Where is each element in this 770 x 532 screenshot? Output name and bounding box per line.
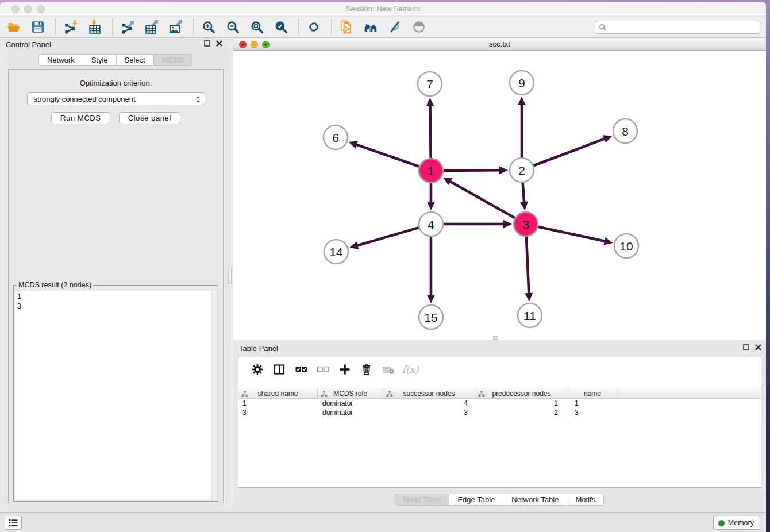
import-table-button[interactable] [86, 18, 104, 36]
graph-edge[interactable] [443, 178, 515, 218]
graph-edge[interactable] [444, 220, 512, 228]
svg-text:14: 14 [329, 245, 343, 259]
delete-column-button[interactable] [356, 361, 378, 378]
show-column-panel-button[interactable] [268, 361, 290, 378]
show-details-button[interactable] [410, 18, 428, 36]
graph-node[interactable]: 14 [324, 240, 348, 264]
tab-mcds[interactable]: MCDS [153, 54, 192, 66]
graph-edge[interactable] [427, 183, 435, 210]
vertical-splitter[interactable] [227, 38, 233, 507]
refresh-icon [306, 20, 321, 34]
network-titlebar: × − + scc.txt [233, 38, 766, 51]
tab-network-table[interactable]: Network Table [503, 494, 567, 506]
open-folder-icon [6, 20, 21, 34]
select-all-columns-button[interactable] [290, 361, 312, 378]
create-column-button[interactable] [334, 361, 356, 378]
mcds-result-text[interactable]: 1 3 [15, 291, 217, 500]
table-panel-title: Table Panel [239, 344, 278, 353]
tab-style[interactable]: Style [83, 54, 117, 66]
table-cell: 3 [238, 408, 318, 417]
graph-node[interactable]: 9 [510, 71, 534, 95]
graph-edge[interactable] [349, 228, 419, 249]
graph-edge[interactable] [525, 237, 533, 302]
graph-node[interactable]: 6 [324, 125, 348, 149]
tab-motifs[interactable]: Motifs [567, 494, 604, 506]
app-window: Session: New Session [0, 2, 766, 532]
graph-edge[interactable] [538, 227, 613, 245]
zoom-fit-button[interactable] [248, 18, 266, 36]
run-mcds-button[interactable]: Run MCDS [51, 112, 110, 124]
table-cell: 4 [383, 399, 475, 407]
trash-icon [360, 363, 374, 376]
column-header-name[interactable]: name [568, 388, 617, 398]
network-canvas[interactable]: 7968124314101511 [233, 51, 766, 340]
graph-node[interactable]: 10 [614, 234, 638, 258]
task-history-button[interactable] [5, 516, 22, 530]
graph-edge[interactable] [520, 183, 528, 210]
result-scrollbar[interactable] [211, 291, 217, 500]
search-box[interactable] [595, 21, 760, 34]
tab-node-table[interactable]: Node Table [395, 494, 450, 506]
save-session-button[interactable] [29, 18, 47, 36]
network-title: scc.txt [233, 40, 766, 48]
graph-node[interactable]: 11 [518, 303, 542, 327]
float-panel-icon[interactable] [743, 344, 749, 350]
close-panel-icon[interactable] [216, 40, 222, 47]
mcds-result-title: MCDS result (2 nodes) [17, 281, 93, 289]
search-input[interactable] [607, 21, 760, 33]
tab-select[interactable]: Select [116, 54, 154, 66]
graph-node[interactable]: 8 [613, 119, 637, 143]
column-header-successor-nodes[interactable]: successor nodes [383, 388, 475, 398]
zoom-in-button[interactable] [199, 18, 218, 36]
float-panel-icon[interactable] [204, 40, 210, 47]
hide-details-button[interactable] [386, 18, 404, 36]
close-panel-icon[interactable] [755, 344, 761, 350]
open-session-button[interactable] [5, 18, 23, 36]
unselect-all-columns-button[interactable] [312, 361, 334, 378]
export-image-button[interactable] [167, 18, 185, 36]
delete-table-icon [382, 363, 395, 376]
copy-network-button[interactable] [337, 18, 356, 36]
tab-edge-table[interactable]: Edge Table [449, 494, 503, 506]
export-network-button[interactable] [118, 18, 137, 36]
close-panel-button[interactable]: Close panel [119, 112, 180, 124]
network-graph: 7968124314101511 [233, 51, 766, 340]
function-builder-button[interactable]: f(x) [399, 361, 421, 378]
graph-edge[interactable] [534, 135, 613, 165]
graph-edge[interactable] [444, 166, 508, 174]
table-cell: 2 [475, 408, 568, 417]
graph-node[interactable]: 3 [514, 212, 538, 236]
zoom-out-button[interactable] [224, 18, 242, 36]
refresh-button[interactable] [305, 18, 323, 36]
column-type-icon [321, 391, 328, 398]
graph-edge[interactable] [426, 98, 434, 158]
delete-table-button[interactable] [378, 361, 399, 378]
node-table-container: f(x) shared name MCDS role successor nod… [238, 357, 761, 488]
table-row[interactable]: 3dominator323 [238, 408, 761, 417]
column-header-mcds-role[interactable]: MCDS role [318, 388, 383, 398]
column-header-shared-name[interactable]: shared name [238, 388, 318, 398]
graph-node[interactable]: 15 [419, 305, 443, 329]
graph-node[interactable]: 2 [510, 158, 534, 182]
home-networks-button[interactable] [361, 18, 380, 36]
graph-edge[interactable] [427, 237, 435, 303]
memory-button[interactable]: Memory [713, 516, 760, 530]
graph-node[interactable]: 7 [418, 72, 442, 96]
table-settings-button[interactable] [247, 361, 268, 378]
graph-node[interactable]: 1 [419, 159, 443, 183]
optimization-criterion-select[interactable]: strongly connected component [27, 92, 205, 105]
graph-edge[interactable] [518, 97, 526, 157]
graph-node[interactable]: 4 [419, 212, 443, 236]
graph-edge[interactable] [349, 141, 419, 166]
splitter-handle[interactable] [228, 269, 232, 284]
export-network-icon [120, 20, 135, 34]
network-resize-handle[interactable] [493, 336, 498, 340]
table-cell: 1 [238, 399, 318, 407]
tab-network[interactable]: Network [38, 54, 83, 66]
zoom-selected-icon [274, 20, 288, 34]
zoom-selected-button[interactable] [272, 18, 290, 36]
import-network-button[interactable] [61, 18, 80, 36]
export-table-button[interactable] [143, 18, 161, 36]
table-row[interactable]: 1dominator411 [238, 399, 761, 408]
column-header-predecessor-nodes[interactable]: predecessor nodes [475, 388, 568, 398]
